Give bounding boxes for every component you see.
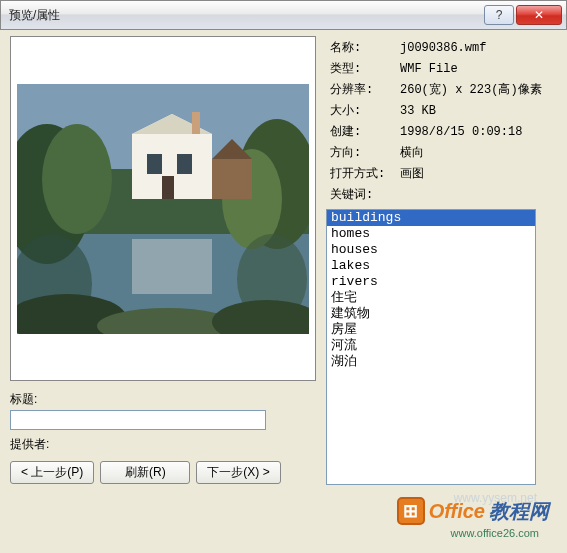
keyword-item[interactable]: buildings [327,210,535,226]
keyword-item[interactable]: 建筑物 [327,306,535,322]
svg-rect-11 [162,176,174,199]
name-label: 名称: [328,38,396,57]
titlebar-buttons: ? ✕ [482,5,562,25]
close-icon: ✕ [534,8,544,22]
caption-label: 标题: [10,391,60,408]
created-label: 创建: [328,122,396,141]
svg-rect-13 [212,159,252,199]
orient-label: 方向: [328,143,396,162]
prev-button[interactable]: < 上一步(P) [10,461,94,484]
res-label: 分辨率: [328,80,396,99]
caption-input[interactable] [10,410,266,430]
keyword-item[interactable]: 住宅 [327,290,535,306]
keywords-listbox[interactable]: buildingshomeshouseslakesrivers住宅建筑物房屋河流… [326,209,536,485]
watermark-url: www.office26.com [451,527,539,539]
preview-box [10,36,316,381]
keyword-item[interactable]: 房屋 [327,322,535,338]
created-value: 1998/8/15 0:09:18 [398,122,555,141]
properties-table: 名称:j0090386.wmf 类型:WMF File 分辨率:260(宽) x… [326,36,557,206]
type-label: 类型: [328,59,396,78]
titlebar: 预览/属性 ? ✕ [0,0,567,30]
keyword-item[interactable]: rivers [327,274,535,290]
type-value: WMF File [398,59,555,78]
preview-image [17,84,309,334]
window-title: 预览/属性 [9,7,482,24]
size-label: 大小: [328,101,396,120]
svg-rect-9 [147,154,162,174]
openwith-label: 打开方式: [328,164,396,183]
next-button[interactable]: 下一步(X) > [196,461,280,484]
keyword-item[interactable]: lakes [327,258,535,274]
dialog-content: 标题: 提供者: < 上一步(P) 刷新(R) 下一步(X) > 名称:j009… [0,30,567,553]
svg-point-4 [42,124,112,234]
watermark-faint: www.yysem.net [454,491,537,505]
svg-rect-15 [132,239,212,294]
res-value: 260(宽) x 223(高)像素 [398,80,555,99]
svg-rect-12 [192,112,200,134]
openwith-value: 画图 [398,164,555,183]
help-icon: ? [496,8,503,22]
keyword-item[interactable]: homes [327,226,535,242]
svg-rect-10 [177,154,192,174]
keywords-label: 关键词: [328,185,396,204]
help-button[interactable]: ? [484,5,514,25]
keyword-item[interactable]: houses [327,242,535,258]
close-button[interactable]: ✕ [516,5,562,25]
provider-label: 提供者: [10,436,60,453]
name-value: j0090386.wmf [398,38,555,57]
orient-value: 横向 [398,143,555,162]
keyword-item[interactable]: 河流 [327,338,535,354]
refresh-button[interactable]: 刷新(R) [100,461,190,484]
size-value: 33 KB [398,101,555,120]
keyword-item[interactable]: 湖泊 [327,354,535,370]
